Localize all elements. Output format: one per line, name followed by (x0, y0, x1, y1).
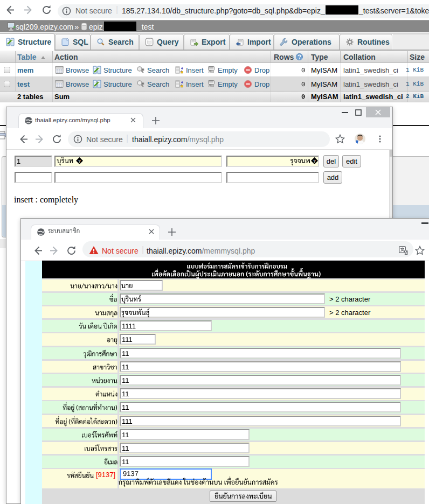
svg-text:?: ? (313, 159, 316, 164)
svg-text:?: ? (78, 159, 81, 164)
